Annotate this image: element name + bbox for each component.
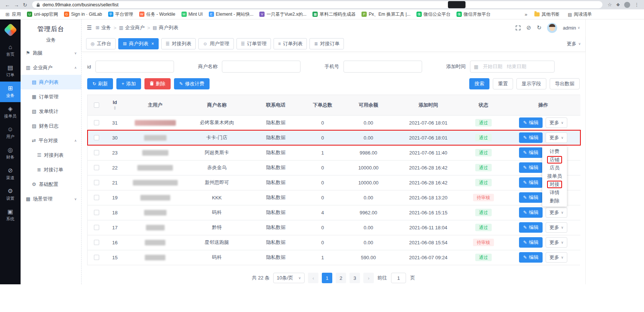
more-button[interactable]: 更多∨ (546, 132, 567, 143)
breadcrumb-item-enterprise-merchant[interactable]: ▥企业商户 (119, 24, 144, 31)
lock-screen-icon[interactable]: ⊘ (527, 24, 531, 31)
tab-user-manage[interactable]: ☺用户管理 (198, 38, 234, 49)
sidebar-item-system[interactable]: ▣系统 (0, 205, 21, 226)
app-logo[interactable] (0, 19, 21, 40)
reset-button[interactable]: 重置 (493, 78, 513, 89)
dropdown-item-shop[interactable]: 店铺 (542, 156, 567, 164)
submenu-item-dispatch-stats[interactable]: ▧发单统计 (21, 104, 81, 119)
submenu-item-scene-manage[interactable]: ▩场景管理∨ (21, 192, 81, 206)
row-checkbox[interactable] (94, 150, 99, 155)
more-button[interactable]: 更多∨ (546, 252, 567, 263)
merchant-name-input[interactable] (222, 61, 300, 73)
edit-fee-button[interactable]: ✎修改计费 (174, 78, 210, 89)
delete-button[interactable]: 删除 (144, 78, 171, 89)
sidebar-item-users[interactable]: ☺用户 (0, 123, 21, 143)
edit-button[interactable]: ✎编辑 (519, 147, 543, 158)
page-button-1[interactable]: 1 (322, 273, 332, 283)
tab-workbench[interactable]: ◎工作台 (86, 38, 116, 49)
prev-page-button[interactable]: ‹ (308, 273, 318, 283)
browser-profile-avatar[interactable] (624, 2, 630, 8)
tab-link-list[interactable]: ☰对接列表 (161, 38, 196, 49)
dropdown-item-billing[interactable]: 计费 (542, 147, 567, 156)
address-bar[interactable]: demo.99make.com/business/seller/list (32, 1, 602, 8)
close-icon[interactable]: × (152, 41, 154, 46)
sidebar-item-orders[interactable]: ▤订单 (0, 61, 21, 82)
dropdown-item-link[interactable]: 对接 (542, 180, 567, 189)
tab-order-manage[interactable]: ☰订单管理 (236, 38, 271, 49)
tab-link-orders[interactable]: ≣对接订单 (309, 38, 344, 49)
page-button-2[interactable]: 2 (336, 273, 346, 283)
edit-button[interactable]: ✎编辑 (519, 207, 543, 218)
page-button-3[interactable]: 3 (350, 273, 360, 283)
submenu-item-merchant-list[interactable]: ▤商户列表 (21, 75, 81, 89)
bookmark-gitlab[interactable]: GSign in · GitLab (61, 11, 105, 18)
bookmark-wxmp[interactable]: 微微信公众平台 (414, 10, 453, 18)
bookmark-worktile[interactable]: W任务 - Worktile (137, 10, 178, 18)
other-bookmarks[interactable]: 其他书签 (532, 10, 562, 18)
bookmarks-overflow-icon[interactable]: » (523, 12, 529, 17)
date-range-input[interactable]: ▦ 开始日期 结束日期 (470, 61, 555, 73)
sidebar-item-business[interactable]: ⊞业务 (0, 82, 21, 102)
export-button[interactable]: 导出数据 (550, 78, 580, 89)
dropdown-item-clerk[interactable]: 店员 (542, 164, 567, 172)
next-page-button[interactable]: › (363, 273, 374, 283)
submenu-item-order-manage[interactable]: ▦订单管理 (21, 89, 81, 104)
row-checkbox[interactable] (94, 210, 99, 215)
user-avatar[interactable] (547, 23, 557, 33)
submenu-item-link-list[interactable]: ☰对接列表 (21, 148, 81, 162)
phone-input[interactable] (344, 61, 422, 73)
tab-order-list[interactable]: ≡订单列表 (274, 38, 307, 49)
sidebar-item-home[interactable]: ⌂首页 (0, 40, 21, 61)
submenu-item-link-orders[interactable]: ≣对接订单 (21, 162, 81, 177)
row-checkbox[interactable] (94, 135, 99, 140)
admin-menu[interactable]: admin ∨ (563, 25, 580, 31)
dropdown-item-courier[interactable]: 接单员 (542, 172, 567, 180)
edit-button[interactable]: ✎编辑 (519, 117, 543, 128)
more-button[interactable]: 更多∨ (546, 237, 567, 248)
bookmark-star-icon[interactable]: ☆ (608, 2, 612, 7)
edit-button[interactable]: ✎编辑 (519, 162, 543, 173)
submenu-item-base-config[interactable]: ⚙基础配置 (21, 177, 81, 192)
edit-button[interactable]: ✎编辑 (519, 252, 543, 263)
row-checkbox[interactable] (94, 225, 99, 230)
submenu-item-finance-log[interactable]: ▨财务日志 (21, 119, 81, 133)
row-checkbox[interactable] (94, 195, 99, 200)
bookmark-element[interactable]: EElement - 网站快... (206, 10, 256, 18)
refresh-page-icon[interactable]: ↻ (537, 24, 541, 31)
row-checkbox[interactable] (94, 120, 99, 125)
column-header-0[interactable]: Id▲▼ (106, 95, 124, 115)
show-fields-button[interactable]: 显示字段 (516, 78, 546, 89)
edit-button[interactable]: ✎编辑 (519, 192, 543, 203)
bookmark-wxopen[interactable]: 微微信开放平台 (454, 10, 493, 18)
bookmark-platform[interactable]: 平平台管理 (106, 10, 136, 18)
page-size-select[interactable]: 10条/页 ∨ (273, 273, 305, 283)
more-button[interactable]: 更多∨ (546, 222, 567, 233)
row-checkbox[interactable] (94, 240, 99, 245)
reading-list[interactable]: ▤ 阅读清单 (565, 10, 594, 18)
bookmark-caoliao[interactable]: ▦草料二维码生成器 (310, 10, 358, 18)
reload-icon[interactable]: ↻ (23, 2, 27, 8)
select-all-checkbox[interactable] (94, 103, 99, 108)
bookmark-pxem[interactable]: PPx、Em 换算工具 |... (359, 10, 413, 18)
extensions-icon[interactable]: ❖ (616, 2, 620, 7)
sidebar-item-finance[interactable]: ◎财务 (0, 143, 21, 164)
forward-icon[interactable]: → (14, 2, 19, 8)
refresh-button[interactable]: ↻刷新 (87, 78, 113, 89)
add-button[interactable]: +添加 (116, 78, 141, 89)
sort-icons[interactable]: ▲▼ (113, 106, 116, 110)
bookmark-mintui[interactable]: MMint UI (179, 11, 205, 18)
edit-button[interactable]: ✎编辑 (519, 237, 543, 248)
dropdown-item-delete[interactable]: 删除 (542, 197, 567, 205)
more-button[interactable]: 更多∨ (546, 207, 567, 218)
tabs-more[interactable]: 更多 ∨ (567, 40, 581, 47)
back-icon[interactable]: ← (5, 2, 10, 8)
edit-button[interactable]: ✎编辑 (519, 132, 543, 143)
sidebar-item-channel[interactable]: ⊘渠道 (0, 164, 21, 184)
breadcrumb-item-merchant-list[interactable]: ▤商户列表 (153, 24, 178, 31)
tab-merchant-list[interactable]: ⊞商户列表× (118, 38, 158, 49)
row-checkbox[interactable] (94, 165, 99, 170)
bookmark-apps[interactable]: ⊞应用 (2, 10, 24, 18)
sidebar-item-courier[interactable]: ◈接单员 (0, 102, 21, 123)
sidebar-item-settings[interactable]: ⚙设置 (0, 184, 21, 205)
submenu-item-platform-link[interactable]: ⇄平台对接∧ (21, 133, 81, 148)
